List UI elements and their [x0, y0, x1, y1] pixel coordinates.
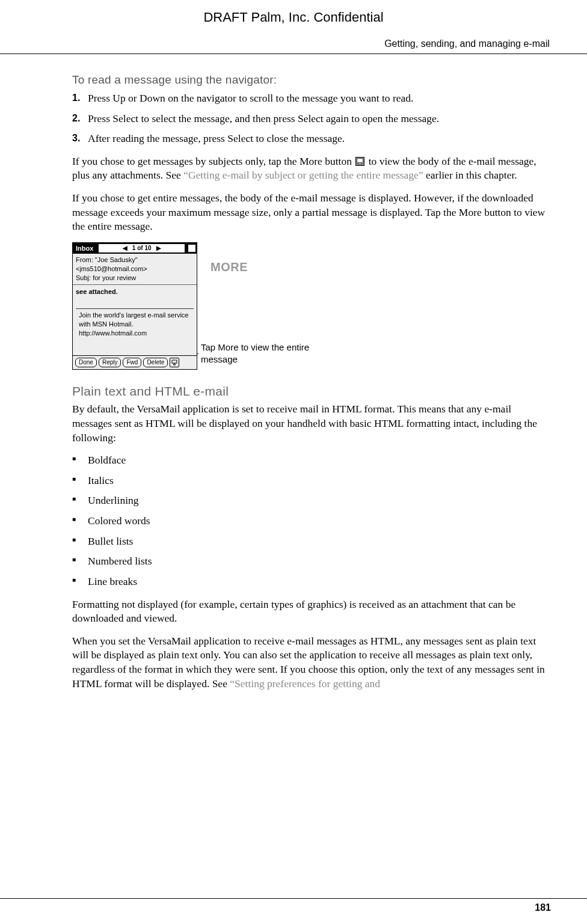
screenshot-signature: Join the world's largest e-mail service …: [76, 308, 194, 340]
bullet-line-breaks: Line breaks: [72, 575, 550, 589]
step-text-1: Press Up or Down on the navigator to scr…: [88, 91, 550, 106]
page-number: 181: [535, 901, 551, 914]
para-more-button: If you chose to get messages by subjects…: [72, 155, 550, 183]
screenshot-counter-wrap: ◀ 1 of 10 ▶: [99, 244, 185, 252]
prev-arrow-icon: ◀: [123, 244, 128, 252]
para1-link: “Getting e-mail by subject or getting th…: [183, 169, 423, 181]
more-caption: Tap More to view the entire message: [201, 341, 333, 366]
draft-header: DRAFT Palm, Inc. Confidential: [0, 0, 587, 30]
section-para1: By default, the VersaMail application is…: [72, 402, 550, 445]
more-label: MORE: [211, 259, 333, 275]
screenshot-right-icon: [188, 245, 195, 252]
screenshot-fwd-button: Fwd: [123, 358, 141, 367]
task-heading: To read a message using the navigator:: [72, 72, 550, 88]
section-heading: Plain text and HTML e-mail: [72, 383, 550, 400]
bullet-colored-words: Colored words: [72, 514, 550, 528]
para1-c: earlier in this chapter.: [423, 169, 517, 181]
screenshot-from: From: "Joe Sadusky": [76, 255, 194, 265]
bullet-list: Boldface Italics Underlining Colored wor…: [72, 453, 550, 589]
bullet-numbered-lists: Numbered lists: [72, 554, 550, 569]
screenshot-delete-button: Delete: [143, 358, 168, 367]
step-2: 2. Press Select to select the message, a…: [72, 112, 550, 126]
step-number-1: 1.: [72, 91, 88, 106]
screenshot-more-button-icon: [170, 358, 179, 367]
screenshot-counter: 1 of 10: [132, 244, 152, 252]
step-1: 1. Press Up or Down on the navigator to …: [72, 91, 550, 106]
step-text-2: Press Select to select the message, and …: [88, 112, 550, 126]
screenshot-done-button: Done: [75, 358, 97, 367]
step-3: 3. After reading the message, press Sele…: [72, 132, 550, 146]
callout-column: MORE Tap More to view the entire message: [211, 242, 333, 366]
screenshot-meta: From: "Joe Sadusky" <jms510@hotmail.com>…: [73, 254, 197, 286]
screenshot-reply-button: Reply: [99, 358, 121, 367]
step-number-3: 3.: [72, 132, 88, 146]
screenshot-header: Inbox ◀ 1 of 10 ▶: [73, 243, 197, 254]
para-entire-messages: If you chose to get entire messages, the…: [72, 191, 550, 234]
screenshot-footer: Done Reply Fwd Delete: [73, 355, 197, 369]
section-para2: Formatting not displayed (for example, c…: [72, 598, 550, 626]
more-icon: [355, 157, 364, 166]
screenshot-email: <jms510@hotmail.com>: [76, 265, 194, 274]
running-head: Getting, sending, and managing e-mail: [0, 37, 587, 54]
section-para3-link: “Setting preferences for getting and: [230, 678, 380, 690]
footer-rule: [0, 898, 587, 899]
step-number-2: 2.: [72, 112, 88, 126]
bullet-underlining: Underlining: [72, 494, 550, 508]
screenshot-subj: Subj: for your review: [76, 274, 194, 283]
svg-rect-1: [357, 159, 363, 163]
screenshot-body: see attached.: [73, 285, 197, 299]
bullet-italics: Italics: [72, 474, 550, 488]
more-caption-row: Tap More to view the entire message: [211, 341, 333, 366]
figure-row: Inbox ◀ 1 of 10 ▶ From: "Joe Sadusky" <j…: [72, 242, 550, 370]
step-text-3: After reading the message, press Select …: [88, 132, 550, 146]
next-arrow-icon: ▶: [156, 244, 161, 252]
steps-list: 1. Press Up or Down on the navigator to …: [72, 91, 550, 146]
bullet-bullet-lists: Bullet lists: [72, 534, 550, 549]
device-screenshot: Inbox ◀ 1 of 10 ▶ From: "Joe Sadusky" <j…: [72, 242, 197, 370]
bullet-boldface: Boldface: [72, 453, 550, 468]
para1-a: If you chose to get messages by subjects…: [72, 155, 354, 167]
screenshot-tab: Inbox: [74, 244, 95, 253]
section-para3: When you set the VersaMail application t…: [72, 634, 550, 691]
